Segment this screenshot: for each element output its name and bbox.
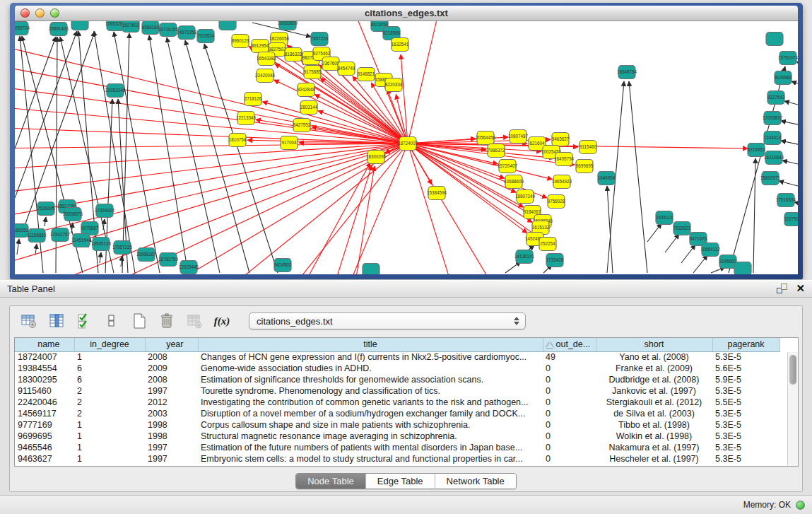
- graph-node[interactable]: 1527602: [122, 21, 140, 33]
- table-cell[interactable]: Corpus callosum shape and size in male p…: [198, 419, 543, 431]
- table-cell[interactable]: Hescheler et al. (1997): [596, 453, 712, 465]
- table-cell[interactable]: 0: [543, 419, 596, 431]
- graph-node[interactable]: 17957225: [112, 241, 133, 255]
- column-header-short[interactable]: short: [596, 338, 712, 351]
- table-cell[interactable]: Structural magnetic resonance image aver…: [198, 431, 543, 442]
- vertical-scrollbar[interactable]: [787, 352, 798, 466]
- table-row[interactable]: 969969511998Structural magnetic resonanc…: [15, 431, 779, 442]
- graph-node[interactable]: 20053346: [105, 84, 126, 98]
- table-row[interactable]: 977716911998Corpus callosum shape and si…: [15, 419, 779, 431]
- function-builder-icon[interactable]: f(x): [213, 312, 231, 330]
- graph-node[interactable]: 9146821: [358, 68, 375, 81]
- graph-node[interactable]: 2803144: [300, 101, 318, 115]
- graph-node[interactable]: [734, 262, 751, 275]
- table-cell[interactable]: 9465546: [15, 442, 74, 453]
- graph-node[interactable]: 9129966: [775, 71, 792, 85]
- graph-node[interactable]: 22420046: [255, 69, 276, 83]
- graph-node[interactable]: [71, 21, 88, 30]
- graph-node[interactable]: 8215953: [748, 144, 765, 157]
- graph-node[interactable]: 10958167: [136, 248, 157, 262]
- table-cell[interactable]: 9463627: [15, 453, 74, 465]
- table-cell[interactable]: 2008: [145, 374, 198, 385]
- table-cell[interactable]: 2: [74, 397, 145, 408]
- tab-network-table[interactable]: Network Table: [435, 474, 516, 489]
- table-row[interactable]: 1456911722003Disruption of a novel membe…: [15, 408, 779, 419]
- table-cell[interactable]: 5.3E-5: [712, 351, 779, 363]
- graph-node[interactable]: 1632541: [392, 38, 409, 52]
- table-cell[interactable]: de Silva et al. (2003): [596, 408, 712, 419]
- table-cell[interactable]: Estimation of the future numbers of pati…: [198, 442, 543, 453]
- graph-node[interactable]: 16033809: [278, 21, 298, 30]
- graph-node[interactable]: 8454749: [338, 62, 355, 76]
- graph-hub-node[interactable]: 18724007: [398, 137, 418, 151]
- table-cell[interactable]: 19384554: [15, 363, 74, 374]
- table-cell[interactable]: 2: [74, 385, 145, 397]
- table-row[interactable]: 1872400712008Changes of HCN gene express…: [15, 351, 779, 363]
- graph-node[interactable]: 9115460: [579, 141, 597, 154]
- table-cell[interactable]: 49: [543, 351, 596, 363]
- graph-node[interactable]: 10688609: [504, 175, 524, 189]
- graph-node[interactable]: 8220334: [385, 78, 403, 92]
- import-table-icon[interactable]: [185, 312, 204, 330]
- graph-node[interactable]: 14055724: [15, 22, 30, 35]
- table-row[interactable]: 911546021997Tourette syndrome. Phenomeno…: [15, 385, 779, 397]
- column-header-year[interactable]: year: [145, 338, 198, 351]
- graph-node[interactable]: 20891406: [49, 23, 69, 36]
- scrollbar-thumb[interactable]: [789, 355, 796, 385]
- network-window-titlebar[interactable]: citations_edges.txt: [15, 6, 798, 21]
- table-cell[interactable]: 5.3E-5: [712, 453, 779, 465]
- graph-node[interactable]: 16543382: [257, 52, 277, 66]
- graph-node[interactable]: 2935114: [656, 211, 673, 225]
- table-row[interactable]: 1938455462009Genome-wide association stu…: [15, 363, 779, 374]
- table-cell[interactable]: Yano et al. (2008): [596, 351, 712, 363]
- graph-node[interactable]: 16495794: [554, 153, 575, 166]
- graph-node[interactable]: 2718126: [245, 93, 262, 106]
- graph-node[interactable]: 8186328: [285, 48, 302, 62]
- graph-node[interactable]: 1733426: [546, 254, 564, 267]
- graph-node[interactable]: 8960123: [232, 35, 249, 48]
- table-cell[interactable]: 6: [74, 374, 145, 385]
- graph-node[interactable]: 9699695: [576, 160, 594, 173]
- graph-node[interactable]: 12942757: [50, 228, 71, 242]
- table-cell[interactable]: Tourette syndrome. Phenomenology and cla…: [198, 385, 543, 397]
- zoom-window-icon[interactable]: [50, 8, 59, 18]
- table-cell[interactable]: 0: [543, 385, 596, 397]
- table-cell[interactable]: 1: [74, 431, 145, 442]
- graph-node[interactable]: 9756928: [548, 195, 565, 209]
- table-cell[interactable]: 1998: [145, 419, 198, 431]
- table-cell[interactable]: 9115460: [15, 385, 74, 397]
- graph-node[interactable]: 1167533: [784, 213, 798, 226]
- close-window-icon[interactable]: [20, 8, 30, 18]
- graph-node[interactable]: 15692971: [760, 172, 781, 185]
- graph-node[interactable]: 20564456: [476, 132, 496, 145]
- table-cell[interactable]: 5.3E-5: [712, 431, 779, 442]
- graph-node[interactable]: 9227543: [767, 91, 785, 105]
- graph-node[interactable]: 16210643: [764, 151, 784, 165]
- graph-node[interactable]: 20206576: [63, 208, 83, 221]
- table-cell[interactable]: 6: [74, 363, 145, 374]
- table-cell[interactable]: Wolkin et al. (1998): [596, 431, 712, 442]
- table-selector-dropdown[interactable]: citations_edges.txt: [249, 313, 526, 329]
- table-cell[interactable]: 2: [74, 408, 145, 419]
- table-cell[interactable]: 5.9E-5: [712, 374, 779, 385]
- graph-node[interactable]: 14136141: [514, 250, 535, 264]
- table-cell[interactable]: Jankovic et al. (1997): [596, 385, 712, 397]
- graph-node[interactable]: 10807487: [508, 130, 529, 144]
- table-cell[interactable]: 1: [74, 351, 145, 363]
- table-cell[interactable]: Embryonic stem cells: a model to study s…: [198, 453, 543, 465]
- table-cell[interactable]: 0: [543, 442, 596, 453]
- graph-node[interactable]: 9242848: [298, 83, 315, 97]
- graph-node[interactable]: 9175685: [304, 66, 322, 79]
- column-header-title[interactable]: title: [198, 338, 543, 351]
- table-cell[interactable]: 1998: [145, 431, 198, 442]
- show-column-icon[interactable]: [47, 312, 66, 330]
- table-cell[interactable]: 2003: [145, 408, 198, 419]
- table-cell[interactable]: 0: [543, 397, 596, 408]
- table-cell[interactable]: 1: [74, 419, 145, 431]
- column-header-out_de[interactable]: out_de...: [543, 338, 596, 351]
- graph-node[interactable]: 12093832: [763, 112, 783, 125]
- graph-node[interactable]: 12923446: [179, 261, 199, 274]
- graph-node[interactable]: 14671358: [177, 26, 197, 40]
- graph-node[interactable]: 8912954: [252, 40, 269, 53]
- table-cell[interactable]: 1997: [145, 442, 198, 453]
